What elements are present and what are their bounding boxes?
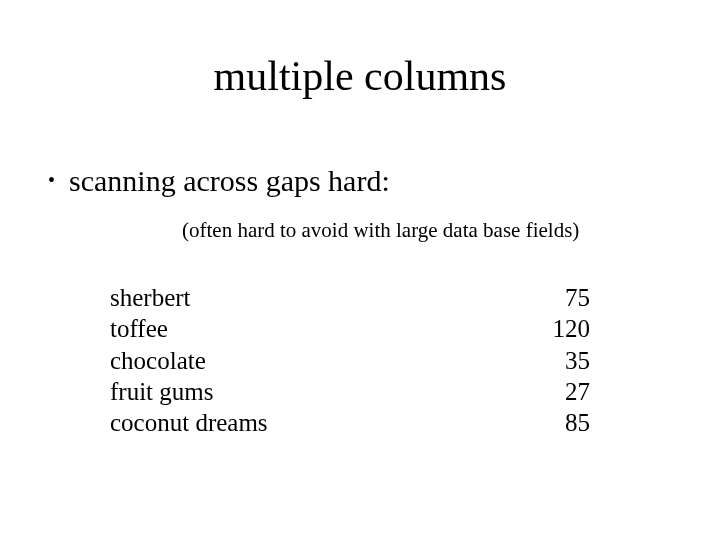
row-value: 75 (530, 282, 590, 313)
table-row: sherbert 75 (110, 282, 590, 313)
two-column-list: sherbert 75 toffee 120 chocolate 35 frui… (110, 282, 590, 438)
subnote: (often hard to avoid with large data bas… (182, 218, 579, 243)
row-value: 120 (530, 313, 590, 344)
row-label: sherbert (110, 282, 191, 313)
bullet-marker-icon: • (48, 170, 55, 190)
row-label: chocolate (110, 345, 206, 376)
slide: multiple columns • scanning across gaps … (0, 0, 720, 540)
table-row: chocolate 35 (110, 345, 590, 376)
page-title: multiple columns (0, 52, 720, 100)
row-label: toffee (110, 313, 168, 344)
bullet-item: • scanning across gaps hard: (48, 164, 390, 198)
row-value: 35 (530, 345, 590, 376)
row-label: coconut dreams (110, 407, 268, 438)
table-row: fruit gums 27 (110, 376, 590, 407)
row-label: fruit gums (110, 376, 213, 407)
row-value: 85 (530, 407, 590, 438)
table-row: coconut dreams 85 (110, 407, 590, 438)
table-row: toffee 120 (110, 313, 590, 344)
row-value: 27 (530, 376, 590, 407)
bullet-text: scanning across gaps hard: (69, 164, 390, 198)
